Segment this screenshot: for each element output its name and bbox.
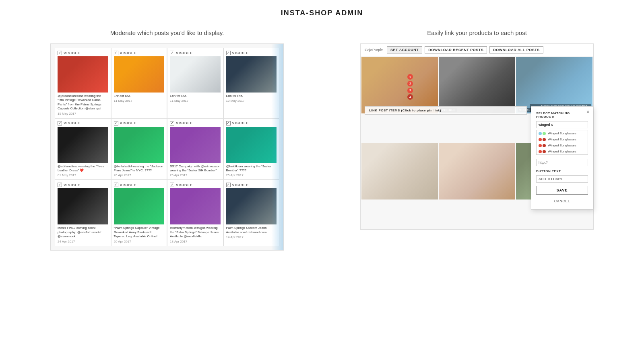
left-subtitle: Moderate which posts you'd like to displ… — [110, 29, 224, 36]
pin-4[interactable]: 4 — [407, 94, 413, 100]
list-item: ✓ VISIBLE EDIT Erin for RtA 11 May 2017 — [111, 48, 167, 118]
button-text-input[interactable] — [536, 175, 588, 183]
button-text-label: BUTTON TEXT — [536, 169, 588, 173]
visible-checkbox[interactable]: ✓ — [226, 121, 231, 125]
swatch — [539, 138, 542, 141]
insta-image[interactable]: 1 2 3 4 — [361, 57, 438, 113]
page-title: INSTA-SHOP ADMIN — [0, 0, 644, 21]
post-image[interactable]: EDIT — [58, 188, 108, 224]
post-image[interactable]: EDIT — [58, 56, 108, 93]
visible-checkbox[interactable]: ✓ — [58, 121, 62, 125]
visible-text: VISIBLE — [232, 183, 249, 187]
post-caption: @jordanclarksons wearing the "RtA Vintag… — [58, 94, 108, 111]
insta-image[interactable] — [439, 143, 515, 200]
visible-checkbox[interactable]: ✓ — [170, 51, 174, 55]
url-input[interactable] — [536, 159, 588, 166]
visible-checkbox[interactable]: ✓ — [58, 183, 62, 187]
post-image[interactable]: EDIT — [58, 127, 108, 163]
dropdown-item[interactable]: Winged Sunglasses — [537, 136, 588, 142]
visible-checkbox[interactable]: ✓ — [226, 183, 231, 187]
visible-checkbox[interactable]: ✓ — [226, 51, 231, 55]
post-image[interactable]: EDIT — [226, 127, 277, 163]
post-caption: Erin for RtA — [226, 94, 277, 98]
insta-image[interactable]: VISIBLE — [439, 57, 515, 113]
post-image[interactable]: EDIT — [170, 56, 221, 93]
list-item: ✓ VISIBLE EDIT @adrianalima wearing the … — [55, 118, 111, 180]
visible-checkbox[interactable]: ✓ — [170, 121, 174, 125]
post-image[interactable]: EDIT — [170, 127, 221, 163]
visible-row: ✓ VISIBLE — [170, 183, 221, 187]
dropdown-item-label: Winged Sunglasses — [548, 144, 576, 147]
post-date: 24 Apr 2017 — [58, 240, 108, 243]
insta-image[interactable]: VISIBLE Mondays are your eyewear monday5… — [516, 57, 592, 113]
post-date: 25 Apr 2017 — [226, 173, 277, 177]
download-all-button[interactable]: DOWNLOAD ALL POSTS — [489, 46, 543, 53]
save-button[interactable]: SAVE — [536, 186, 588, 195]
left-column: Moderate which posts you'd like to displ… — [24, 29, 310, 251]
post-date: 26 Apr 2017 — [170, 173, 221, 177]
right-column: Easily link your products to each post G… — [334, 29, 620, 230]
post-caption: SS17 Campaign with @erinwasson wearing t… — [170, 165, 221, 173]
visible-checkbox[interactable]: ✓ — [114, 51, 118, 55]
pin-1[interactable]: 1 — [407, 74, 413, 80]
swatch — [539, 132, 542, 135]
left-panel: ✓ VISIBLE EDIT @jordanclarksons wearing … — [50, 43, 284, 251]
visible-checkbox[interactable]: ✓ — [114, 183, 118, 187]
visible-row: ✓ VISIBLE — [114, 183, 165, 187]
visible-row: ✓ VISIBLE — [226, 121, 277, 125]
post-image[interactable]: EDIT — [114, 56, 165, 93]
post-image[interactable]: EDIT — [226, 188, 277, 224]
visible-checkbox[interactable]: ✓ — [58, 51, 62, 55]
list-item: ✓ VISIBLE EDIT @bellahadid wearing the "… — [111, 118, 167, 180]
visible-row: ✓ VISIBLE — [170, 121, 221, 125]
visible-row: ✓ VISIBLE — [58, 183, 108, 187]
download-recent-button[interactable]: DOWNLOAD RECENT POSTS — [425, 46, 487, 53]
list-item: ✓ VISIBLE EDIT SS17 Campaign with @erinw… — [167, 118, 223, 180]
list-item: ✓ VISIBLE EDIT Erin for RtA 11 May 2017 — [167, 48, 223, 118]
dropdown-item[interactable]: Winged Sunglasses — [537, 148, 588, 154]
visible-checkbox[interactable]: ✓ — [170, 183, 174, 187]
set-account-button[interactable]: SET ACCOUNT — [387, 46, 422, 53]
post-caption: Erin for RtA — [114, 94, 165, 98]
post-image[interactable]: EDIT — [114, 127, 165, 163]
post-date: 11 May 2017 — [114, 99, 165, 103]
swatch — [539, 144, 542, 147]
dropdown-item[interactable]: Winged Sunglasses — [537, 130, 588, 136]
dropdown-item-label: Winged Sunglasses — [548, 132, 576, 135]
modal-close-button[interactable]: × — [586, 109, 590, 115]
post-image[interactable]: EDIT — [226, 56, 277, 93]
list-item: ✓ VISIBLE EDIT Men's FW17 coming soon! p… — [55, 180, 111, 246]
post-caption: "Palm Springs Capsule" Vintage Reworked … — [114, 226, 165, 239]
swatch — [543, 144, 546, 147]
account-label: GojoPurple — [365, 48, 383, 52]
insta-image[interactable] — [361, 143, 438, 200]
visible-text: VISIBLE — [176, 51, 193, 55]
post-caption: @bellahadid wearing the "Jackson Flare J… — [114, 165, 165, 173]
post-date: 01 May 2017 — [58, 173, 108, 177]
swatch-group — [539, 144, 546, 147]
list-item: ✓ VISIBLE EDIT @jordanclarksons wearing … — [55, 48, 111, 118]
post-caption: @adrianalima wearing the "Yves Leather D… — [58, 165, 108, 173]
product-search-input[interactable] — [536, 121, 588, 128]
post-image[interactable]: EDIT — [170, 188, 221, 224]
link-post-banner: LINK POST ITEMS (Click to place pin link… — [365, 106, 527, 115]
visible-text: VISIBLE — [176, 183, 193, 187]
cancel-button[interactable]: CANCEL — [536, 198, 588, 204]
post-image[interactable]: EDIT — [114, 188, 165, 224]
swatch-group — [539, 138, 546, 141]
pin-3[interactable]: 3 — [407, 88, 413, 93]
post-caption: Palm Springs Custom Jeans Available now!… — [226, 226, 277, 234]
post-caption: @offsetyrn from @migos wearing the "Palm… — [170, 226, 221, 239]
pin-2[interactable]: 2 — [407, 81, 413, 86]
swatch — [543, 138, 546, 141]
visible-text: VISIBLE — [64, 183, 80, 187]
visible-row: ✓ VISIBLE — [170, 51, 221, 55]
visible-text: VISIBLE — [120, 121, 137, 125]
post-caption: Men's FW17 coming soon! photography: @ar… — [58, 226, 108, 239]
post-date: 18 Apr 2017 — [170, 240, 221, 243]
visible-row: ✓ VISIBLE — [114, 51, 165, 55]
visible-checkbox[interactable]: ✓ — [114, 121, 118, 125]
dropdown-item-label: Winged Sunglasses — [548, 150, 576, 153]
visible-row: ✓ VISIBLE — [114, 121, 165, 125]
dropdown-item[interactable]: Winged Sunglasses — [537, 142, 588, 148]
